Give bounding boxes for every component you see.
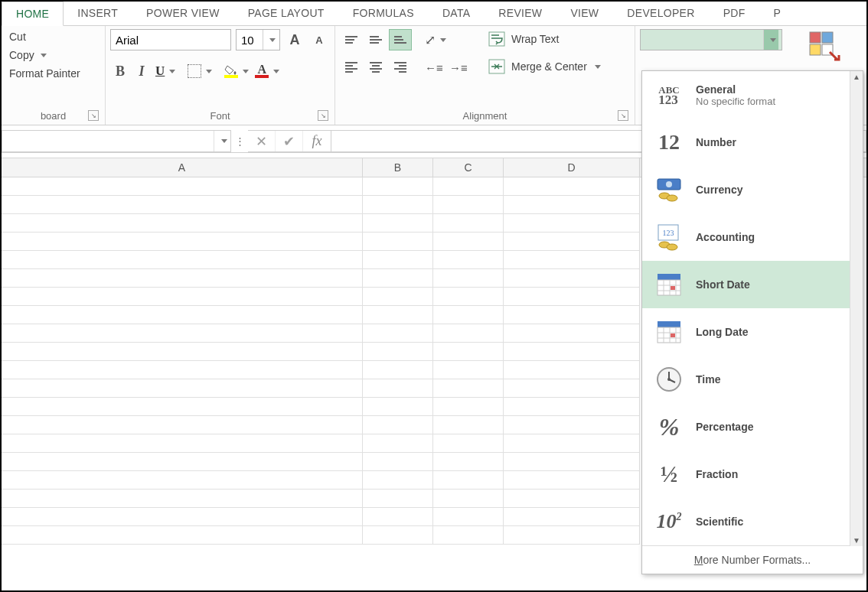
cell[interactable] bbox=[363, 233, 433, 251]
cell[interactable] bbox=[433, 434, 504, 453]
dialog-launcher-icon[interactable] bbox=[618, 110, 628, 121]
fill-color-button[interactable] bbox=[222, 63, 251, 79]
cell[interactable] bbox=[2, 379, 363, 398]
underline-button[interactable]: U bbox=[153, 63, 178, 80]
number-format-input[interactable] bbox=[641, 30, 763, 50]
scroll-up-icon[interactable]: ▲ bbox=[853, 73, 860, 81]
cell[interactable] bbox=[363, 177, 433, 196]
cell[interactable] bbox=[504, 508, 640, 526]
cell[interactable] bbox=[504, 233, 640, 251]
name-box[interactable] bbox=[2, 130, 231, 152]
cell[interactable] bbox=[363, 251, 433, 269]
wrap-text-button[interactable]: Wrap Text bbox=[484, 29, 605, 49]
cell[interactable] bbox=[504, 379, 640, 398]
font-name-combo[interactable] bbox=[110, 29, 231, 50]
cell[interactable] bbox=[504, 324, 640, 343]
cell[interactable] bbox=[504, 343, 640, 361]
column-header-b[interactable]: B bbox=[363, 158, 433, 177]
decrease-indent-button[interactable]: ←≡ bbox=[423, 57, 445, 78]
tab-developer[interactable]: DEVELOPER bbox=[613, 2, 709, 25]
cell[interactable] bbox=[2, 416, 363, 434]
cell[interactable] bbox=[2, 306, 363, 324]
cell[interactable] bbox=[433, 269, 504, 288]
chevron-down-icon[interactable] bbox=[214, 131, 230, 151]
tab-pdf[interactable]: PDF bbox=[710, 2, 760, 25]
copy-button[interactable]: Copy bbox=[6, 47, 100, 63]
cell[interactable] bbox=[504, 196, 640, 214]
enter-formula-button[interactable]: ✔ bbox=[276, 131, 303, 151]
cell[interactable] bbox=[433, 324, 504, 343]
conditional-formatting-button[interactable] bbox=[807, 29, 840, 63]
bold-button[interactable]: B bbox=[110, 61, 130, 81]
number-format-dropdown-button[interactable] bbox=[763, 30, 778, 50]
cell[interactable] bbox=[363, 361, 433, 379]
cell[interactable] bbox=[2, 343, 363, 361]
cell[interactable] bbox=[363, 343, 433, 361]
merge-center-button[interactable]: Merge & Center bbox=[484, 57, 605, 76]
column-header-d[interactable]: D bbox=[504, 158, 640, 177]
cell[interactable] bbox=[2, 453, 363, 471]
format-accounting[interactable]: 123 Accounting bbox=[642, 213, 863, 261]
cancel-formula-button[interactable]: ✕ bbox=[248, 131, 276, 151]
cell[interactable] bbox=[363, 379, 433, 398]
font-color-button[interactable]: A bbox=[253, 63, 282, 79]
cell[interactable] bbox=[433, 251, 504, 269]
cell[interactable] bbox=[2, 434, 363, 453]
format-long-date[interactable]: Long Date bbox=[642, 308, 863, 356]
dialog-launcher-icon[interactable] bbox=[88, 110, 99, 121]
tab-truncated[interactable]: P bbox=[760, 2, 796, 25]
tab-view[interactable]: VIEW bbox=[556, 2, 613, 25]
cell[interactable] bbox=[2, 177, 363, 196]
cell[interactable] bbox=[504, 526, 640, 545]
cell[interactable] bbox=[504, 361, 640, 379]
cell[interactable] bbox=[2, 471, 363, 490]
cell[interactable] bbox=[433, 288, 504, 306]
tab-formulas[interactable]: FORMULAS bbox=[339, 2, 429, 25]
cell[interactable] bbox=[2, 196, 363, 214]
cell[interactable] bbox=[504, 490, 640, 508]
format-time[interactable]: Time bbox=[642, 356, 863, 403]
cell[interactable] bbox=[504, 269, 640, 288]
format-scientific[interactable]: 102 Scientific bbox=[642, 498, 863, 545]
tab-review[interactable]: REVIEW bbox=[485, 2, 556, 25]
cell[interactable] bbox=[2, 251, 363, 269]
cell[interactable] bbox=[363, 306, 433, 324]
tab-home[interactable]: HOME bbox=[2, 2, 64, 26]
cell[interactable] bbox=[2, 288, 363, 306]
cell[interactable] bbox=[433, 233, 504, 251]
italic-button[interactable]: I bbox=[132, 61, 152, 81]
cell[interactable] bbox=[363, 508, 433, 526]
orientation-button[interactable]: ⤢ bbox=[423, 31, 449, 49]
cell[interactable] bbox=[433, 416, 504, 434]
dialog-launcher-icon[interactable] bbox=[318, 110, 328, 121]
tab-page-layout[interactable]: PAGE LAYOUT bbox=[234, 2, 339, 25]
cell[interactable] bbox=[363, 416, 433, 434]
cell[interactable] bbox=[2, 324, 363, 343]
cell[interactable] bbox=[363, 490, 433, 508]
cell[interactable] bbox=[363, 269, 433, 288]
cell[interactable] bbox=[504, 214, 640, 233]
cell[interactable] bbox=[504, 434, 640, 453]
cell[interactable] bbox=[363, 288, 433, 306]
format-general[interactable]: ABC123 GeneralNo specific format bbox=[642, 71, 863, 119]
cell[interactable] bbox=[433, 306, 504, 324]
cell[interactable] bbox=[433, 508, 504, 526]
cell[interactable] bbox=[363, 471, 433, 490]
cell[interactable] bbox=[2, 233, 363, 251]
cell[interactable] bbox=[433, 343, 504, 361]
cell[interactable] bbox=[504, 251, 640, 269]
align-right-button[interactable] bbox=[389, 57, 412, 78]
column-header-c[interactable]: C bbox=[433, 158, 504, 177]
cut-button[interactable]: Cut bbox=[6, 29, 100, 44]
cell[interactable] bbox=[363, 453, 433, 471]
format-number[interactable]: 12 Number bbox=[642, 119, 863, 166]
cell[interactable] bbox=[363, 214, 433, 233]
tab-power-view[interactable]: POWER VIEW bbox=[132, 2, 234, 25]
borders-button[interactable] bbox=[185, 63, 214, 79]
cell[interactable] bbox=[433, 177, 504, 196]
cell[interactable] bbox=[433, 526, 504, 545]
cell[interactable] bbox=[433, 196, 504, 214]
more-number-formats[interactable]: More Number Formats... bbox=[642, 545, 863, 574]
tab-insert[interactable]: INSERT bbox=[64, 2, 132, 25]
cell[interactable] bbox=[2, 490, 363, 508]
